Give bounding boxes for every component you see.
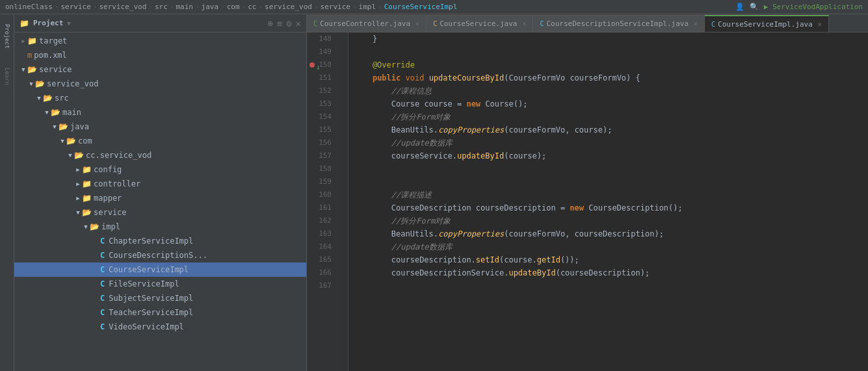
breadcrumb-item[interactable]: service_vod: [99, 3, 146, 11]
tree-item-cc-service-vod[interactable]: ▼ 📂 cc.service_vod: [14, 148, 306, 162]
close-panel-icon[interactable]: ✕: [296, 18, 301, 29]
breadcrumb-item[interactable]: main: [176, 3, 193, 11]
gutter-line-166: 166: [307, 266, 335, 279]
java-class-icon: C: [100, 308, 105, 317]
breadcrumb-sep: ›: [93, 3, 98, 11]
java-class-icon: C: [100, 322, 105, 331]
tab-label: CourseService.java: [440, 19, 517, 28]
tree-item-teacher-service-impl[interactable]: C TeacherServiceImpl: [14, 305, 306, 320]
code-line-150: @Override: [354, 58, 868, 71]
gutter-line-150: ↓ 150: [307, 58, 335, 71]
breadcrumb-sep: ›: [170, 3, 174, 11]
tree-item-java[interactable]: ▼ 📂 java: [14, 120, 306, 134]
search-icon[interactable]: 🔍: [750, 3, 759, 11]
code-line-161: CourseDescription courseDescription = ne…: [354, 201, 868, 214]
tab-label: CourseController.java: [320, 19, 410, 28]
breadcrumb-item[interactable]: com: [227, 3, 240, 11]
tab-course-controller[interactable]: C CourseController.java ×: [307, 15, 427, 32]
folder-open-icon: 📂: [43, 94, 53, 103]
tree-item-service[interactable]: ▼ 📂 service: [14, 62, 306, 77]
code-line-163: BeanUtils.copyProperties(courseFormVo, c…: [354, 227, 868, 240]
user-icon[interactable]: 👤: [735, 3, 744, 11]
panel-header: 📁 Project ▼ ⊕ ≡ ⚙ ✕: [14, 14, 306, 32]
breadcrumb-active-file: CourseServiceImpl: [384, 3, 458, 11]
close-tab-icon[interactable]: ×: [522, 20, 526, 27]
code-line-166: courseDescriptionService.updateById(cour…: [354, 266, 868, 279]
breadcrumb-item[interactable]: service: [60, 3, 90, 11]
code-line-148: }: [354, 32, 868, 45]
tab-course-service[interactable]: C CourseService.java ×: [427, 15, 533, 32]
tree-item-course-service-impl[interactable]: C CourseServiceImpl: [14, 262, 306, 277]
tree-item-main[interactable]: ▼ 📂 main: [14, 105, 306, 120]
breadcrumb-item[interactable]: java: [202, 3, 219, 11]
tree-item-mapper[interactable]: ▶ 📁 mapper: [14, 191, 306, 205]
file-tree: ▶ 📁 target m pom.xml ▼ 📂 service: [14, 32, 306, 371]
java-class-icon: C: [540, 20, 544, 27]
collapse-icon[interactable]: ≡: [277, 18, 282, 29]
breadcrumb-sep: ›: [242, 3, 246, 11]
gutter-line-153: 153: [307, 97, 335, 110]
sidebar-item-project[interactable]: Project: [1, 17, 14, 56]
folder-open-icon: 📂: [35, 79, 45, 88]
tree-item-pom[interactable]: m pom.xml: [14, 48, 306, 62]
gutter-line-163: 163: [307, 227, 335, 240]
close-tab-icon[interactable]: ×: [818, 21, 822, 28]
tree-item-course-description-service-impl[interactable]: C CourseDescriptionS...: [14, 248, 306, 262]
tab-course-service-impl[interactable]: C CourseServiceImpl.java ×: [705, 15, 829, 32]
arrow-icon: ▶: [74, 195, 82, 201]
arrow-icon: ▼: [82, 224, 90, 230]
breadcrumb-sep: ›: [55, 3, 59, 11]
code-line-149: [354, 45, 868, 58]
java-class-icon: C: [313, 20, 317, 27]
panel-title: Project: [33, 19, 63, 27]
tree-item-src[interactable]: ▼ 📂 src: [14, 91, 306, 105]
folder-icon: 📁: [20, 19, 29, 28]
folder-open-icon: 📂: [59, 122, 68, 131]
breadcrumb-item[interactable]: service: [321, 3, 350, 11]
folder-icon: 📁: [82, 179, 92, 188]
tree-item-chapter-service-impl[interactable]: C ChapterServiceImpl: [14, 234, 306, 248]
folder-open-icon: 📂: [66, 136, 76, 146]
folder-open-icon: 📂: [51, 108, 60, 117]
breadcrumb-sep: ›: [220, 3, 225, 11]
code-line-151: public void updateCourseById(CourseFormV…: [354, 71, 868, 84]
panel-icons: ⊕ ≡ ⚙ ✕: [267, 18, 301, 29]
tree-item-video-service-impl[interactable]: C VideoServiceImpl: [14, 320, 306, 334]
code-line-167: [354, 279, 868, 292]
breadcrumb-sep: ›: [195, 3, 200, 11]
tree-item-file-service-impl[interactable]: C FileServiceImpl: [14, 277, 306, 291]
breadcrumb-item[interactable]: cc: [248, 3, 256, 11]
code-content[interactable]: } @Override public void updateCourseById…: [349, 32, 868, 371]
tree-item-com[interactable]: ▼ 📂 com: [14, 134, 306, 148]
breadcrumb-item[interactable]: src: [155, 3, 168, 11]
tab-course-description-service-impl[interactable]: C CourseDescriptionServiceImpl.java ×: [533, 15, 705, 32]
breadcrumb-item[interactable]: impl: [359, 3, 376, 11]
line-gutter: 148 149 ↓ 150 151 152 153 154 155 156 15…: [307, 32, 339, 371]
project-panel: 📁 Project ▼ ⊕ ≡ ⚙ ✕ ▶ 📁 target m: [14, 14, 307, 371]
tree-item-target[interactable]: ▶ 📁 target: [14, 34, 306, 48]
gutter-line-159: 159: [307, 175, 335, 188]
folder-icon: 📁: [82, 194, 92, 203]
locate-icon[interactable]: ⊕: [267, 18, 272, 29]
options-icon[interactable]: ⚙: [286, 18, 291, 29]
tree-item-subject-service-impl[interactable]: C SubjectServiceImpl: [14, 291, 306, 305]
arrow-icon: ▶: [74, 181, 82, 187]
close-tab-icon[interactable]: ×: [415, 20, 419, 27]
breadcrumb-item[interactable]: onlineClass: [5, 3, 53, 11]
tree-item-controller[interactable]: ▶ 📁 controller: [14, 177, 306, 191]
tab-label: CourseDescriptionServiceImpl.java: [546, 19, 689, 28]
arrow-icon: ▶: [74, 166, 82, 173]
close-tab-icon[interactable]: ×: [694, 20, 698, 27]
code-editor[interactable]: 148 149 ↓ 150 151 152 153 154 155 156 15…: [307, 32, 868, 371]
app-name: ▶ ServiceVodApplication: [764, 3, 863, 11]
breadcrumb-item[interactable]: service_vod: [265, 3, 312, 11]
tree-item-service-inner[interactable]: ▼ 📂 service: [14, 205, 306, 220]
breadcrumb-sep: ›: [314, 3, 319, 11]
chevron-down-icon: ▼: [67, 20, 70, 27]
sidebar-item-learn[interactable]: Learn: [1, 57, 14, 96]
tree-item-service-vod[interactable]: ▼ 📂 service_vod: [14, 77, 306, 91]
tree-item-config[interactable]: ▶ 📁 config: [14, 162, 306, 177]
tree-item-impl[interactable]: ▼ 📂 impl: [14, 220, 306, 234]
code-line-164: //update数据库: [354, 240, 868, 253]
java-interface-icon: C: [433, 20, 437, 27]
